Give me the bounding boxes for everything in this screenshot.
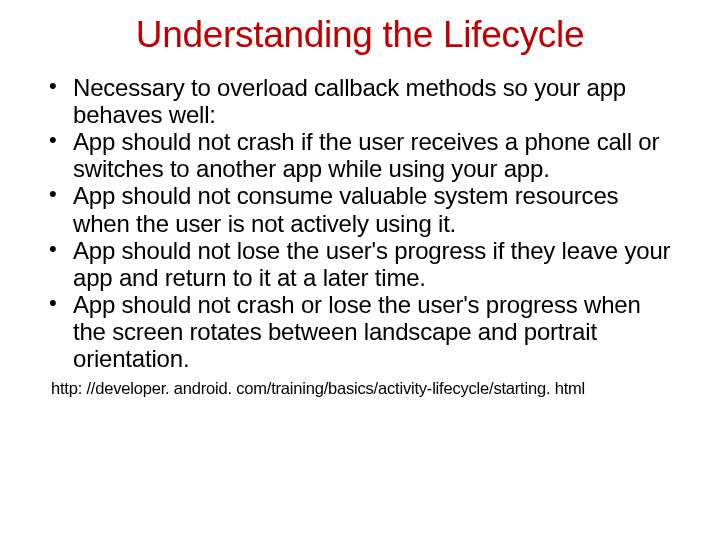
list-item: App should not crash or lose the user's … [73,291,675,372]
bullet-list: Necessary to overload callback methods s… [45,74,675,372]
list-item: App should not crash if the user receive… [73,128,675,182]
list-item: App should not lose the user's progress … [73,237,675,291]
slide-title: Understanding the Lifecycle [45,14,675,56]
list-item: Necessary to overload callback methods s… [73,74,675,128]
source-url: http: //developer. android. com/training… [45,379,675,398]
list-item: App should not consume valuable system r… [73,182,675,236]
